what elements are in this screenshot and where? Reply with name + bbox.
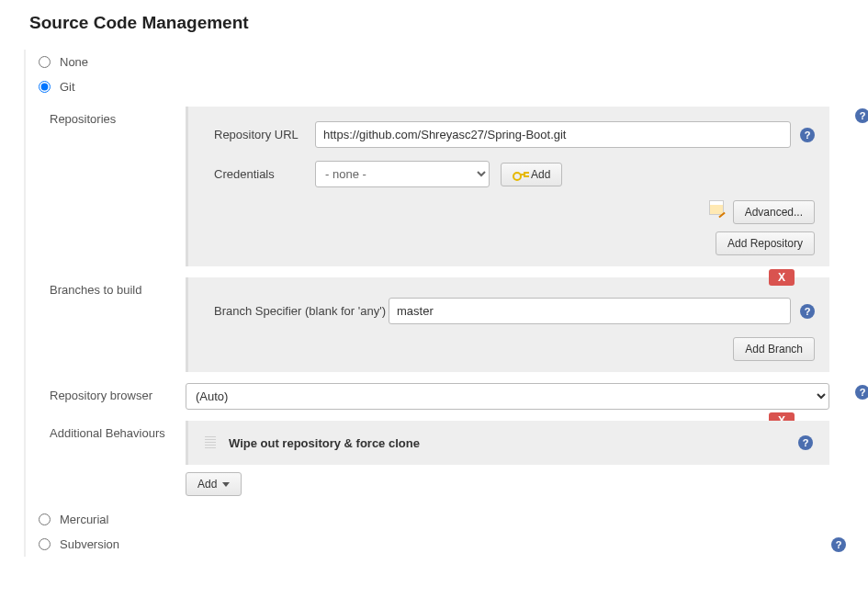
behaviours-row: Additional Behaviours X Wipe out reposit… (50, 421, 850, 496)
behaviours-label: Additional Behaviours (50, 421, 186, 440)
advanced-button[interactable]: Advanced... (733, 200, 815, 224)
repositories-label: Repositories (50, 107, 186, 126)
radio-none[interactable] (39, 56, 51, 68)
behaviours-panel: X Wipe out repository & force clone ? (186, 421, 829, 465)
branch-specifier-input[interactable] (389, 298, 791, 324)
scm-option-git[interactable]: Git (31, 74, 850, 99)
help-icon[interactable]: ? (800, 304, 815, 319)
radio-label-none: None (60, 55, 88, 69)
drag-handle-icon[interactable] (205, 436, 216, 449)
scm-option-mercurial[interactable]: Mercurial (31, 507, 850, 532)
branches-panel: X Branch Specifier (blank for 'any') ? A… (186, 277, 829, 372)
radio-label-git: Git (60, 80, 75, 94)
behaviour-title: Wipe out repository & force clone (229, 436, 420, 450)
repo-url-label: Repository URL (214, 128, 315, 141)
radio-label-mercurial: Mercurial (60, 513, 108, 526)
help-icon[interactable]: ? (798, 435, 813, 450)
help-icon[interactable]: ? (800, 128, 815, 142)
scm-option-none[interactable]: None (31, 50, 850, 74)
radio-mercurial[interactable] (39, 513, 51, 525)
repo-browser-row: Repository browser ? (Auto) (50, 383, 850, 410)
notepad-icon (709, 200, 724, 215)
repositories-panel: Repository URL ? Credentials - none - (186, 107, 829, 266)
behaviour-item: Wipe out repository & force clone ? (188, 421, 829, 465)
help-icon[interactable]: ? (831, 537, 846, 552)
repo-url-input[interactable] (315, 121, 791, 148)
repo-url-row: Repository URL ? (214, 121, 815, 148)
help-icon[interactable]: ? (855, 108, 868, 123)
section-title: Source Code Management (29, 13, 850, 33)
add-behaviour-button[interactable]: Add (186, 472, 242, 496)
credentials-select[interactable]: - none - (315, 161, 490, 187)
add-behaviour-label: Add (197, 478, 217, 491)
scm-section: None Git Repositories ? Repository URL ? (24, 50, 850, 557)
add-branch-button[interactable]: Add Branch (733, 337, 815, 361)
branch-specifier-row: Branch Specifier (blank for 'any') ? (214, 298, 815, 324)
credentials-label: Credentials (214, 167, 315, 181)
repo-browser-select[interactable]: (Auto) (186, 383, 829, 410)
branch-specifier-label: Branch Specifier (blank for 'any') (214, 304, 389, 318)
help-icon[interactable]: ? (855, 385, 868, 400)
radio-git[interactable] (39, 81, 51, 93)
git-config: Repositories ? Repository URL ? Credenti… (50, 107, 850, 496)
delete-branch-button[interactable]: X (769, 269, 795, 286)
scm-option-subversion[interactable]: Subversion ? (31, 532, 850, 557)
key-icon (513, 170, 525, 179)
credentials-add-label: Add (531, 168, 550, 181)
repo-browser-label: Repository browser (50, 383, 186, 402)
radio-label-subversion: Subversion (60, 537, 119, 551)
branches-label: Branches to build (50, 277, 186, 297)
credentials-add-button[interactable]: Add (501, 163, 562, 186)
radio-subversion[interactable] (39, 538, 51, 550)
branches-row: Branches to build X Branch Specifier (bl… (50, 277, 850, 372)
credentials-row: Credentials - none - Add (214, 161, 815, 187)
chevron-down-icon (222, 482, 230, 487)
repositories-row: Repositories ? Repository URL ? Credenti… (50, 107, 850, 266)
add-repository-button[interactable]: Add Repository (716, 231, 815, 255)
